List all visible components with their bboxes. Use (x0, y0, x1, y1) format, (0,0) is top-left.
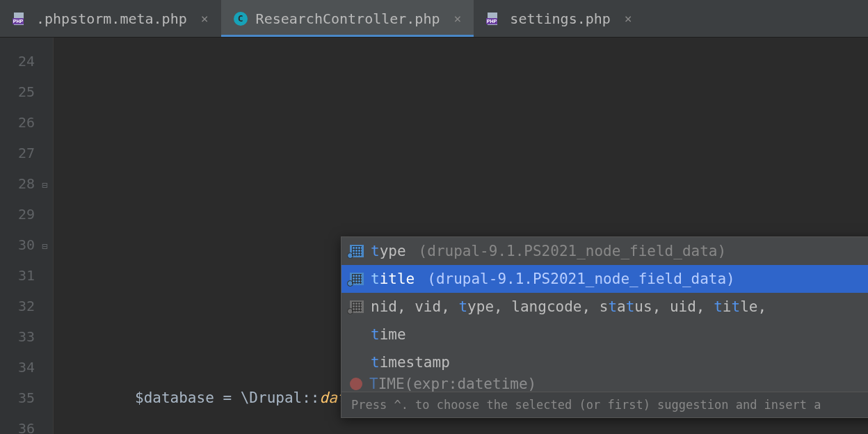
column-icon (350, 273, 364, 285)
autocomplete-item[interactable]: time (341, 321, 868, 348)
fold-marker-icon[interactable]: ⊟ (42, 170, 47, 200)
line-number: 28 (0, 168, 35, 199)
php-file-icon: PHP (486, 11, 501, 26)
code-line (67, 107, 868, 138)
svg-text:PHP: PHP (487, 19, 497, 24)
completion-text: timestamp (371, 354, 450, 371)
autocomplete-item[interactable]: timestamp (341, 348, 868, 376)
tab-settings[interactable]: PHP settings.php × (474, 0, 644, 37)
svg-text:PHP: PHP (13, 19, 24, 24)
autocomplete-item[interactable]: type (drupal-9.1.PS2021_node_field_data) (341, 237, 868, 265)
close-icon[interactable]: × (625, 11, 632, 26)
indent-guide (53, 38, 67, 434)
completion-hint: (drupal-9.1.PS2021_node_field_data) (427, 271, 735, 287)
columns-icon (350, 300, 364, 313)
line-number: 36 (0, 413, 35, 434)
line-number: 33 (0, 321, 35, 352)
line-number: 25 (0, 77, 35, 107)
php-file-icon: PHP (13, 11, 28, 26)
line-number: 29 (0, 199, 35, 230)
autocomplete-item[interactable]: title (drupal-9.1.PS2021_node_field_data… (341, 265, 868, 293)
function-icon (350, 378, 362, 390)
line-number: 34 (0, 352, 35, 383)
editor: 24 25 26 27 28 29 30 31 32 33 34 35 36 ⊟… (0, 38, 868, 434)
line-number: 27 (0, 138, 35, 168)
line-number: 24 (0, 46, 35, 77)
completion-text: nid, vid, type, langcode, status, uid, t… (371, 298, 766, 315)
close-icon[interactable]: × (201, 11, 209, 26)
column-icon (350, 245, 364, 257)
code-line (67, 199, 868, 230)
class-file-icon: C (234, 12, 248, 26)
completion-text: time (371, 326, 406, 343)
tab-phpstorm-meta[interactable]: PHP .phpstorm.meta.php × (0, 0, 221, 37)
completion-text: type (371, 243, 406, 259)
line-number: 31 (0, 260, 35, 291)
completion-text: title (371, 271, 415, 287)
line-number: 32 (0, 291, 35, 321)
line-number: 30 (0, 230, 35, 260)
tab-label: ResearchController.php (256, 10, 440, 27)
tab-label: .phpstorm.meta.php (36, 10, 187, 27)
autocomplete-popup: type (drupal-9.1.PS2021_node_field_data)… (341, 236, 868, 418)
autocomplete-item[interactable]: TIME(expr:datetime) (341, 376, 868, 392)
tab-research-controller[interactable]: C ResearchController.php × (221, 0, 474, 37)
tab-bar: PHP .phpstorm.meta.php × C ResearchContr… (0, 0, 868, 38)
fold-gutter: ⊟ ⊟ (40, 38, 53, 434)
autocomplete-footer: Press ^. to choose the selected (or firs… (341, 392, 868, 417)
line-number: 26 (0, 107, 35, 138)
tab-label: settings.php (510, 10, 611, 27)
fold-marker-icon[interactable]: ⊟ (42, 231, 47, 262)
autocomplete-item[interactable]: nid, vid, type, langcode, status, uid, t… (341, 293, 868, 321)
completion-text: TIME(expr:datetime) (369, 376, 536, 392)
line-number-gutter: 24 25 26 27 28 29 30 31 32 33 34 35 36 (0, 38, 40, 434)
line-number: 35 (0, 383, 35, 413)
close-icon[interactable]: × (454, 11, 462, 26)
completion-hint: (drupal-9.1.PS2021_node_field_data) (419, 243, 727, 259)
